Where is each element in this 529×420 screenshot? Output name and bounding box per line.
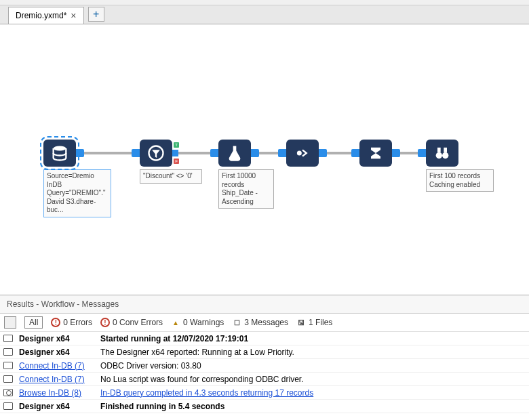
results-panel: Results - Workflow - Messages All !0 Err… xyxy=(0,295,529,420)
sample-icon xyxy=(225,144,244,163)
svg-point-0 xyxy=(54,146,66,151)
tool-sample-indb[interactable]: First 10000 records Ship_Date - Ascendin… xyxy=(218,140,274,209)
close-icon[interactable]: × xyxy=(71,11,76,20)
message-text[interactable]: In-DB query completed in 4.3 seconds ret… xyxy=(98,387,529,399)
messages-table: Designer x64Started running at 12/07/202… xyxy=(0,332,529,420)
workflow-tab[interactable]: Dremio.yxmd* × xyxy=(8,7,84,24)
message-text: Finished running in 5.4 seconds xyxy=(98,400,529,413)
tool-label: Source=Dremio InDB Query="DREMIO"."David… xyxy=(43,169,111,217)
message-source[interactable]: Browse In-DB (8) xyxy=(16,387,98,399)
true-port[interactable]: T xyxy=(174,142,179,148)
tool-browse-indb[interactable]: First 100 records Caching enabled xyxy=(426,140,494,192)
tool-label: "Discount" <> '0' xyxy=(140,169,202,184)
message-icon xyxy=(3,402,13,410)
add-tab-button[interactable]: + xyxy=(88,7,104,22)
message-source: Designer x64 xyxy=(16,400,98,413)
filter-icon xyxy=(146,144,165,163)
message-row: Browse In-DB (8)In-DB query completed in… xyxy=(0,386,529,400)
filter-warnings[interactable]: ▲0 Warnings xyxy=(171,318,224,327)
message-filters: All !0 Errors !0 Conv Errors ▲0 Warnings… xyxy=(0,314,529,332)
message-source: Designer x64 xyxy=(16,346,98,358)
filter-all[interactable]: All xyxy=(24,316,43,329)
workflow-canvas[interactable]: Source=Dremio InDB Query="DREMIO"."David… xyxy=(0,24,529,295)
filter-errors[interactable]: !0 Errors xyxy=(51,318,92,327)
tab-title: Dremio.yxmd* xyxy=(16,11,66,20)
results-header: Results - Workflow - Messages xyxy=(0,295,529,314)
filter-conv-errors[interactable]: !0 Conv Errors xyxy=(100,318,163,327)
message-row: Connect In-DB (7)No Lua script was found… xyxy=(0,373,529,386)
sigma-icon xyxy=(366,144,385,163)
panel-toggle-icon[interactable] xyxy=(4,316,16,329)
message-source[interactable]: Connect In-DB (7) xyxy=(16,360,98,372)
svg-point-4 xyxy=(442,152,448,159)
tool-filter-indb[interactable]: T F "Discount" <> '0' xyxy=(140,140,202,184)
message-text: No Lua script was found for correspondin… xyxy=(98,373,529,385)
tool-select-indb[interactable] xyxy=(286,140,319,167)
svg-rect-6 xyxy=(444,148,447,152)
tool-label: First 10000 records Ship_Date - Ascendin… xyxy=(218,169,274,209)
svg-point-3 xyxy=(436,152,442,159)
message-icon xyxy=(3,375,13,383)
message-row: Connect In-DB (7)ODBC Driver version: 03… xyxy=(0,359,529,373)
svg-rect-5 xyxy=(437,148,441,152)
message-text: The Designer x64 reported: Running at a … xyxy=(98,346,529,358)
tool-connect-indb[interactable]: Source=Dremio InDB Query="DREMIO"."David… xyxy=(43,140,111,217)
filter-files[interactable]: 🖫1 Files xyxy=(296,318,332,327)
database-icon xyxy=(50,144,69,163)
message-source[interactable]: Connect In-DB (7) xyxy=(16,373,98,385)
select-icon xyxy=(293,144,312,163)
message-text: Started running at 12/07/2020 17:19:01 xyxy=(98,333,529,345)
file-icon xyxy=(3,389,13,396)
message-source: Designer x64 xyxy=(16,333,98,345)
message-icon xyxy=(3,362,13,369)
filter-messages[interactable]: ☐3 Messages xyxy=(232,318,288,327)
message-icon xyxy=(3,348,13,356)
tool-label: First 100 records Caching enabled xyxy=(426,169,494,192)
binoculars-icon xyxy=(433,144,452,163)
message-row: Designer x64Started running at 12/07/202… xyxy=(0,332,529,345)
message-text: ODBC Driver version: 03.80 xyxy=(98,360,529,372)
message-row: Designer x64Finished running in 5.4 seco… xyxy=(0,400,529,413)
svg-point-2 xyxy=(297,151,302,156)
message-row: Designer x64The Designer x64 reported: R… xyxy=(0,345,529,359)
false-port[interactable]: F xyxy=(174,159,179,164)
tab-bar: Dremio.yxmd* × + xyxy=(0,5,529,24)
message-icon xyxy=(3,335,13,342)
tool-summarize-indb[interactable] xyxy=(359,140,392,167)
